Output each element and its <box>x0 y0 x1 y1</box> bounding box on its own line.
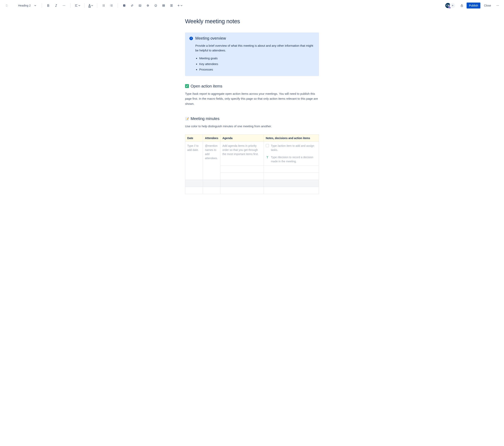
section-heading-text[interactable]: Open action items <box>191 84 222 89</box>
more-formatting-button[interactable] <box>61 2 67 9</box>
restrictions-button[interactable] <box>459 2 465 9</box>
chevron-down-icon <box>180 4 182 6</box>
heading-style-select[interactable]: Heading 2 <box>17 3 37 8</box>
svg-rect-19 <box>461 5 463 7</box>
toolbar-divider <box>84 3 85 8</box>
list-item[interactable]: Meeting goals <box>199 56 315 61</box>
chevron-down-icon <box>78 4 80 6</box>
bold-button[interactable] <box>45 2 51 9</box>
action-item-placeholder[interactable]: Type /action item to add and assign task… <box>271 144 317 152</box>
table-cell-date[interactable]: Type // to add date. <box>185 142 203 180</box>
info-panel-heading[interactable]: Meeting overview <box>195 36 226 41</box>
table-cell[interactable] <box>185 187 203 194</box>
svg-point-13 <box>155 4 157 7</box>
svg-rect-17 <box>170 4 171 6</box>
svg-point-0 <box>63 5 63 6</box>
table-cell[interactable] <box>203 187 220 194</box>
image-button[interactable] <box>137 2 143 9</box>
list-item[interactable]: Processes <box>199 67 315 73</box>
meeting-minutes-table[interactable]: Date Attendees Agenda Notes, decisions a… <box>185 134 319 194</box>
table-cell[interactable] <box>264 187 319 194</box>
layouts-button[interactable] <box>168 2 175 9</box>
svg-point-21 <box>498 5 498 6</box>
table-header[interactable]: Agenda <box>220 134 264 142</box>
collaborator-avatars: CK C <box>445 2 456 8</box>
action-item-button[interactable] <box>121 2 127 9</box>
section-description[interactable]: Use color to help distinguish minutes of… <box>185 124 319 129</box>
table-cell-agenda[interactable]: Add agenda items in priority order so th… <box>220 142 264 166</box>
svg-rect-16 <box>162 4 164 6</box>
checkbox-icon[interactable] <box>266 144 269 147</box>
section-heading-text[interactable]: Meeting minutes <box>191 116 219 121</box>
section-heading[interactable]: 📝 Meeting minutes <box>185 116 319 121</box>
table-cell[interactable] <box>264 173 319 180</box>
emoji-button[interactable] <box>153 2 159 9</box>
list-item[interactable]: Key attendees <box>199 61 315 67</box>
table-cell[interactable] <box>220 173 264 180</box>
table-cell[interactable] <box>185 180 203 187</box>
svg-point-1 <box>64 5 64 6</box>
more-actions-button[interactable] <box>495 2 501 9</box>
table-cell-attendees[interactable]: @mention names to add attendees. <box>203 142 220 180</box>
table-row[interactable]: Type // to add date. @mention names to a… <box>185 142 319 166</box>
table-row[interactable] <box>185 180 319 187</box>
italic-button[interactable] <box>53 2 59 9</box>
svg-point-4 <box>102 5 103 6</box>
page-title[interactable]: Weekly meeting notes <box>185 18 319 25</box>
table-row[interactable] <box>185 187 319 194</box>
svg-point-5 <box>102 6 103 6</box>
svg-point-2 <box>65 5 65 6</box>
svg-rect-9 <box>123 4 125 7</box>
svg-point-15 <box>156 5 156 5</box>
add-collaborator-button[interactable] <box>450 2 456 8</box>
svg-point-3 <box>102 4 103 5</box>
chevron-down-icon <box>34 4 36 6</box>
table-cell-notes[interactable]: Type /action item to add and assign task… <box>264 142 319 166</box>
table-header[interactable]: Attendees <box>203 134 220 142</box>
svg-rect-10 <box>139 4 141 6</box>
text-color-letter: A <box>89 4 90 6</box>
insert-more-button[interactable] <box>176 2 183 9</box>
numbered-list-button[interactable]: 123 <box>108 2 115 9</box>
table-cell[interactable] <box>264 180 319 187</box>
publish-button[interactable]: Publish <box>467 2 480 8</box>
plus-icon <box>451 4 454 7</box>
checkmark-emoji-icon: ✓ <box>185 84 189 88</box>
svg-point-22 <box>498 5 499 6</box>
meeting-minutes-section[interactable]: 📝 Meeting minutes Use color to help dist… <box>185 116 319 194</box>
link-button[interactable] <box>129 2 135 9</box>
memo-emoji-icon: 📝 <box>185 117 189 121</box>
decision-placeholder[interactable]: Type /decision to record a decision made… <box>271 155 317 164</box>
toolbar-divider <box>70 3 71 8</box>
info-panel[interactable]: i Meeting overview Provide a brief overv… <box>185 33 319 76</box>
text-color-button[interactable]: A <box>88 2 94 9</box>
editor-toolbar: Heading 2 A 123 CK C <box>0 0 504 11</box>
section-description[interactable]: Type /task report to aggregate open acti… <box>185 91 319 106</box>
decision-icon <box>266 156 269 159</box>
table-cell[interactable] <box>220 166 264 173</box>
table-cell[interactable] <box>203 180 220 187</box>
table-cell[interactable] <box>264 166 319 173</box>
mention-button[interactable] <box>145 2 151 9</box>
toolbar-divider <box>118 3 118 8</box>
table-button[interactable] <box>161 2 167 9</box>
chevron-down-icon <box>91 4 93 6</box>
table-header[interactable]: Date <box>185 134 203 142</box>
table-cell[interactable] <box>220 187 264 194</box>
alignment-button[interactable] <box>74 2 81 9</box>
open-action-items-section[interactable]: ✓ Open action items Type /task report to… <box>185 84 319 106</box>
table-header[interactable]: Notes, decisions and action items <box>264 134 319 142</box>
svg-text:3: 3 <box>110 6 111 7</box>
page-content[interactable]: Weekly meeting notes i Meeting overview … <box>177 11 327 220</box>
close-button[interactable]: Close <box>482 2 493 8</box>
info-panel-description[interactable]: Provide a brief overview of what this me… <box>195 43 315 53</box>
heading-style-label: Heading 2 <box>18 4 31 7</box>
text-color-swatch <box>88 7 91 7</box>
info-panel-list[interactable]: Meeting goals Key attendees Processes <box>195 56 315 73</box>
bullet-list-button[interactable] <box>100 2 107 9</box>
toolbar-divider <box>42 3 42 8</box>
table-header-row: Date Attendees Agenda Notes, decisions a… <box>185 134 319 142</box>
section-heading[interactable]: ✓ Open action items <box>185 84 319 89</box>
table-cell[interactable] <box>220 180 264 187</box>
svg-rect-18 <box>171 4 172 6</box>
